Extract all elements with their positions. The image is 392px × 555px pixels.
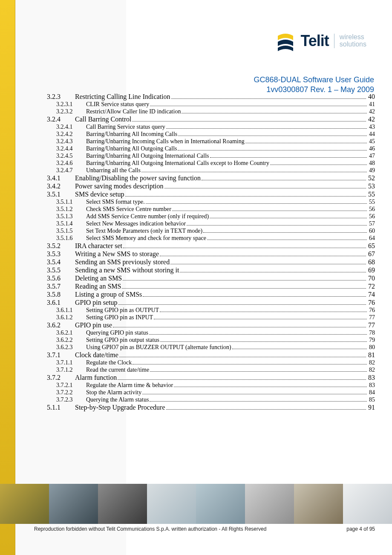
- toc-entry[interactable]: 3.7.2.1Regulate the Alarm time & behavio…: [47, 382, 375, 389]
- toc-entry[interactable]: 3.6.1GPIO pin setup 76: [47, 299, 375, 306]
- toc-leader: [207, 240, 367, 240]
- footer-line: Reproduction forbidden without Telit Com…: [34, 526, 375, 532]
- toc-number: 3.5.1.1: [56, 199, 86, 205]
- toc-entry[interactable]: 3.2.4.3Barring/Unbarring Incoming Calls …: [47, 138, 375, 145]
- toc-title: Add SMS Service Centre number (only if r…: [86, 213, 209, 220]
- toc-entry[interactable]: 3.5.1.4Select New Messages indication be…: [47, 220, 375, 227]
- toc-leader: [232, 349, 367, 349]
- toc-title: Deleting an SMS: [75, 275, 122, 282]
- toc-page: 53: [367, 182, 375, 190]
- toc-entry[interactable]: 3.5.4Sending an SMS previously stored 68: [47, 258, 375, 266]
- toc-number: 3.7.2.2: [56, 389, 86, 396]
- toc-entry[interactable]: 3.5.3Writing a New SMS to storage 67: [47, 250, 375, 258]
- toc-title: Sending a new SMS without storing it: [75, 266, 179, 274]
- toc-entry[interactable]: 3.7.1.1Regulate the Clock 82: [47, 359, 375, 366]
- toc-entry[interactable]: 3.6.2.3Using GPIO7 pin as BUZZER OUTPUT …: [47, 344, 375, 351]
- toc-entry[interactable]: 3.6.2.1Querying GPIO pin status 78: [47, 330, 375, 336]
- toc-entry[interactable]: 3.5.7Reading an SMS 72: [47, 283, 375, 290]
- toc-entry[interactable]: 5.1.1Step-by-Step Upgrade Procedure 91: [47, 404, 375, 411]
- toc-entry[interactable]: 3.7.1Clock date/time 81: [47, 351, 375, 359]
- toc-number: 3.2.3: [47, 93, 75, 101]
- toc-page: 82: [368, 359, 375, 366]
- toc-number: 3.6.1.2: [56, 314, 86, 321]
- toc-page: 43: [368, 124, 375, 130]
- toc-entry[interactable]: 3.5.1.2Check SMS Service Centre number 5…: [47, 206, 375, 213]
- toc-entry[interactable]: 3.2.3.2Restrict/Allow Caller line ID ind…: [47, 108, 375, 115]
- toc-leader: [143, 296, 366, 297]
- toc-page: 91: [367, 404, 375, 411]
- toc-leader: [122, 288, 366, 289]
- toc-leader: [164, 188, 366, 188]
- toc-entry[interactable]: 3.5.2IRA character set 65: [47, 242, 375, 250]
- toc-number: 3.6.2: [47, 321, 75, 329]
- toc-page: 44: [368, 131, 375, 138]
- toc-leader: [166, 128, 367, 129]
- toc-page: 57: [368, 220, 375, 227]
- toc-leader: [160, 312, 367, 312]
- toc-number: 3.7.2: [47, 374, 75, 382]
- toc-leader: [125, 196, 366, 197]
- toc-entry[interactable]: 3.7.2Alarm function 83: [47, 374, 375, 382]
- toc-number: 3.5.8: [47, 291, 75, 298]
- toc-entry[interactable]: 3.5.6Deleting an SMS 70: [47, 275, 375, 282]
- toc-page: 78: [368, 330, 375, 336]
- toc-entry[interactable]: 3.7.2.3Querying the Alarm status 85: [47, 396, 375, 403]
- toc-entry[interactable]: 3.6.2.2Setting GPIO pin output status 79: [47, 337, 375, 344]
- toc-page: 83: [367, 374, 375, 382]
- toc-leader: [170, 264, 366, 264]
- toc-entry[interactable]: 3.2.3Restricting Calling Line Indication…: [47, 93, 375, 101]
- brand-tagline-2: solutions: [340, 41, 366, 48]
- toc-entry[interactable]: 3.2.4.5Barring/Unbarring All Outgoing In…: [47, 153, 375, 159]
- toc-leader: [150, 371, 367, 372]
- toc-entry[interactable]: 3.6.1.2Setting GPIO pin as INPUT 77: [47, 314, 375, 321]
- toc-leader: [119, 357, 366, 357]
- toc-entry[interactable]: 3.5.1.5Set Text Mode Parameters (only in…: [47, 228, 375, 234]
- toc-entry[interactable]: 3.5.1SMS device setup 55: [47, 191, 375, 198]
- toc-entry[interactable]: 3.2.3.1CLIR Service status query 41: [47, 101, 375, 108]
- toc-number: 3.2.4.7: [56, 167, 86, 174]
- toc-number: 5.1.1: [47, 404, 75, 411]
- toc-page: 76: [367, 299, 375, 306]
- toc-entry[interactable]: 3.2.4.4Barring/Unbarring All Outgoing Ca…: [47, 145, 375, 152]
- toc-entry[interactable]: 3.2.4.1Call Barring Service status query…: [47, 124, 375, 130]
- toc-number: 3.5.1.2: [56, 206, 86, 213]
- toc-entry[interactable]: 3.6.2GPIO pin use 77: [47, 321, 375, 329]
- toc-entry[interactable]: 3.4.2Power saving modes description 53: [47, 182, 375, 190]
- toc-leader: [187, 225, 367, 225]
- toc-number: 3.2.4.2: [56, 131, 86, 138]
- toc-entry[interactable]: 3.2.4.2Barring/Unbarring All Incoming Ca…: [47, 131, 375, 138]
- toc-page: 42: [367, 116, 375, 123]
- toc-page: 52: [367, 174, 375, 182]
- toc-number: 3.7.2.3: [56, 396, 86, 403]
- toc-leader: [132, 121, 366, 121]
- toc-page: 82: [368, 367, 375, 373]
- toc-number: 3.5.2: [47, 242, 75, 250]
- toc-page: 79: [368, 337, 375, 344]
- toc-leader: [160, 341, 367, 342]
- toc-entry[interactable]: 3.5.1.1Select SMS format type. 55: [47, 199, 375, 205]
- toc-entry[interactable]: 3.2.4.6Barring/Unbarring All Outgoing In…: [47, 160, 375, 167]
- toc-entry[interactable]: 3.7.1.2Read the current date/time 82: [47, 367, 375, 373]
- toc-number: 3.2.4.1: [56, 124, 86, 130]
- toc-entry[interactable]: 3.2.4Call Barring Control 42: [47, 116, 375, 123]
- toc-number: 3.5.1: [47, 191, 75, 198]
- toc-entry[interactable]: 3.7.2.2Stop the Alarm activity 84: [47, 389, 375, 396]
- toc-entry[interactable]: 3.6.1.1Setting GPIO pin as OUTPUT 76: [47, 307, 375, 314]
- toc-leader: [166, 409, 366, 410]
- toc-entry[interactable]: 3.2.4.7Unbarring all the Calls 49: [47, 167, 375, 174]
- toc-title: Step-by-Step Upgrade Procedure: [75, 404, 165, 411]
- toc-number: 3.4.1: [47, 174, 75, 182]
- brand-name: Telit: [301, 32, 329, 50]
- toc-entry[interactable]: 3.5.5Sending a new SMS without storing i…: [47, 266, 375, 274]
- footer-copyright: Reproduction forbidden without Telit Com…: [34, 526, 266, 532]
- toc-leader: [210, 157, 367, 158]
- toc-entry[interactable]: 3.5.1.6Select SMS Memory and check for m…: [47, 235, 375, 242]
- toc-page: 56: [368, 213, 375, 220]
- left-accent-bar: [0, 0, 15, 555]
- toc-entry[interactable]: 3.5.8Listing a group of SMSs 74: [47, 291, 375, 298]
- toc-leader: [113, 327, 366, 327]
- toc-number: 3.5.1.3: [56, 213, 86, 220]
- footer-page: page 4 of 95: [346, 526, 375, 532]
- toc-entry[interactable]: 3.4.1Enabling/Disabling the power saving…: [47, 174, 375, 182]
- toc-entry[interactable]: 3.5.1.3Add SMS Service Centre number (on…: [47, 213, 375, 220]
